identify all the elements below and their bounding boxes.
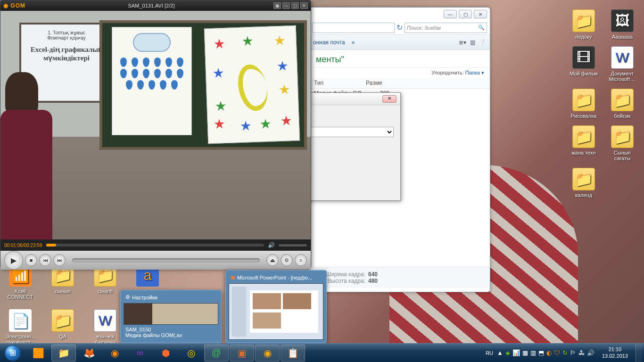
tray-icon[interactable]: ▥ xyxy=(530,349,536,356)
address-bar[interactable] xyxy=(312,23,395,33)
taskbar-app[interactable]: 📋 xyxy=(281,345,305,362)
maximize-button[interactable]: ▢ xyxy=(459,10,472,18)
gom-compact-button[interactable]: ▣ xyxy=(273,2,281,9)
search-input[interactable]: Поиск: 3сабак 🔍 xyxy=(405,23,487,33)
tray-action-center-icon[interactable]: 🏳 xyxy=(570,349,576,356)
open-button[interactable]: ⏏ xyxy=(266,254,279,266)
view-icon[interactable]: ≣▾ xyxy=(459,39,466,46)
taskbar-app[interactable]: ◎ xyxy=(179,345,203,362)
dialog-close-button[interactable]: ✕ xyxy=(382,95,396,103)
taskbar-gom[interactable]: ◉ xyxy=(255,345,280,362)
settings-button[interactable]: ⚙ xyxy=(281,254,293,266)
desktop-icon[interactable]: WДокумент Microsoft ... xyxy=(607,46,637,82)
tray-icon[interactable]: ↻ xyxy=(562,349,568,356)
taskbar-powerpoint[interactable]: ▣ xyxy=(230,345,254,362)
show-desktop-button[interactable] xyxy=(636,344,642,362)
toolbar-item[interactable]: онная почта xyxy=(313,39,345,46)
taskbar-app[interactable]: ◉ xyxy=(102,345,127,362)
tray-icon[interactable]: 📊 xyxy=(512,349,520,356)
desktop-icons-right: 📁педоку 🖼Ааааааа 🎞Мой фильм WДокумент Mi… xyxy=(564,5,644,203)
play-button[interactable]: ▶ xyxy=(4,251,23,270)
taskbar-firefox[interactable]: 🦊 xyxy=(77,345,101,362)
tray-icon[interactable]: ◐ xyxy=(546,349,552,356)
gom-minimize-button[interactable]: — xyxy=(282,2,290,9)
desktop-icon[interactable]: 🎞Мой фильм xyxy=(569,46,599,82)
language-indicator[interactable]: RU xyxy=(486,350,493,356)
tray-volume-icon[interactable]: 🔊 xyxy=(587,349,594,356)
prev-button[interactable]: ⏮ xyxy=(39,254,51,266)
taskbar-mailru[interactable]: @ xyxy=(204,345,229,362)
taskbar: 🟧 📁 🦊 ◉ ∞ ⬢ ◎ @ ▣ ◉ 📋 RU ▲ ◈ 📊 ▦ ▥ ⬒ ◐ 🛡… xyxy=(0,343,644,362)
gear-icon: ⚙ xyxy=(125,294,130,300)
stop-button[interactable]: ■ xyxy=(25,254,37,266)
taskbar-mediaplayer[interactable]: 🟧 xyxy=(26,345,50,362)
explorer-toolbar: онная почта » ≣▾ ▥ ❔ xyxy=(309,35,490,50)
tray-icon[interactable]: ▲ xyxy=(497,349,503,356)
gom-maximize-button[interactable]: ▢ xyxy=(291,2,299,9)
desktop-icon[interactable]: 📄Электронн... руководст... xyxy=(4,309,37,346)
volume-slider[interactable] xyxy=(279,244,307,247)
desktop-icon[interactable]: 📁календ xyxy=(569,168,599,198)
preview-pane-icon[interactable]: ▥ xyxy=(470,39,475,46)
next-button[interactable]: ⏭ xyxy=(53,254,66,266)
taskbar-clock[interactable]: 21:1013.02.2013 xyxy=(598,346,632,359)
explorer-titlebar[interactable]: — ▢ ✕ xyxy=(309,8,490,21)
video-title: SAM_0131.AVI [2/2] xyxy=(29,3,273,8)
minimize-button[interactable]: — xyxy=(444,10,457,18)
arrange-by[interactable]: Упорядочить: Папка ▾ xyxy=(309,68,490,78)
taskbar-preview-explorer[interactable]: ⚙Настройки SAM_0150Медиа файлы GOM(.av xyxy=(120,290,222,343)
tray-icon[interactable]: ⬒ xyxy=(538,349,544,356)
details-pane: Ширина кадра:640 Высота кадра:480 xyxy=(309,267,490,288)
desktop-icon[interactable]: 📁Сынып сагаты xyxy=(607,125,637,161)
gom-titlebar[interactable]: ◉ GOM SAM_0131.AVI [2/2] ▣ — ▢ ✕ xyxy=(0,0,311,11)
refresh-icon[interactable]: ↻ xyxy=(396,23,403,32)
time-elapsed: 00:01:06/00:23:59 xyxy=(4,243,42,248)
gom-logo-icon: ◉ GOM xyxy=(3,2,25,9)
system-tray: RU ▲ ◈ 📊 ▦ ▥ ⬒ ◐ 🛡 ↻ 🏳 🖧 🔊 21:1013.02.20… xyxy=(484,344,644,362)
desktop-icon[interactable]: 📁Рисовалка xyxy=(569,89,599,119)
start-button[interactable] xyxy=(0,344,25,362)
tray-nvidia-icon[interactable]: ◈ xyxy=(505,349,510,356)
search-icon[interactable]: 🔍 xyxy=(478,25,485,31)
tray-avast-icon[interactable]: 🛡 xyxy=(554,349,560,356)
playlist-button[interactable]: ≡ xyxy=(295,254,307,266)
desktop-icon[interactable]: 📁бейсик xyxy=(607,89,637,119)
volume-icon[interactable]: 🔊 xyxy=(268,242,275,248)
desktop-icon[interactable]: 📁жана техн xyxy=(569,125,599,161)
explorer-navbar: ↻ Поиск: 3сабак 🔍 xyxy=(309,21,490,35)
close-button[interactable]: ✕ xyxy=(474,10,487,18)
gom-player-window: ◉ GOM SAM_0131.AVI [2/2] ▣ — ▢ ✕ 1. Топт… xyxy=(0,0,311,269)
seek-bar[interactable]: 00:01:06/00:23:59 🔊 xyxy=(0,239,311,251)
tray-network-icon[interactable]: 🖧 xyxy=(578,349,585,356)
control-slider[interactable] xyxy=(72,258,260,262)
taskbar-preview-powerpoint[interactable]: ▣Microsoft PowerPoint - [педфо... xyxy=(225,270,327,343)
gom-close-button[interactable]: ✕ xyxy=(300,2,308,9)
desktop-icon[interactable]: 📁QA xyxy=(46,309,79,346)
powerpoint-icon: ▣ xyxy=(231,274,235,280)
help-icon[interactable]: ❔ xyxy=(479,39,486,46)
column-headers[interactable]: Тип Разме xyxy=(309,78,490,89)
seek-track[interactable] xyxy=(46,244,264,247)
toolbar-overflow[interactable]: » xyxy=(352,39,355,46)
taskbar-app[interactable]: ∞ xyxy=(128,345,152,362)
desktop-icon[interactable]: 📁педоку xyxy=(569,9,599,40)
video-area[interactable]: 1. Топтық жұмыс Флипчарт қорғау Excel-ді… xyxy=(0,11,311,239)
player-controls: ▶ ■ ⏮ ⏭ ⏏ ⚙ ≡ xyxy=(0,251,311,270)
tray-icon[interactable]: ▦ xyxy=(522,349,528,356)
library-header: менты" xyxy=(309,50,490,68)
desktop-icon[interactable]: 🖼Ааааааа xyxy=(607,9,637,40)
taskbar-app[interactable]: ⬢ xyxy=(153,345,178,362)
taskbar-explorer[interactable]: 📁 xyxy=(51,345,76,362)
desktop-icon[interactable]: Wөзін-өзі бағалау xyxy=(89,309,122,346)
